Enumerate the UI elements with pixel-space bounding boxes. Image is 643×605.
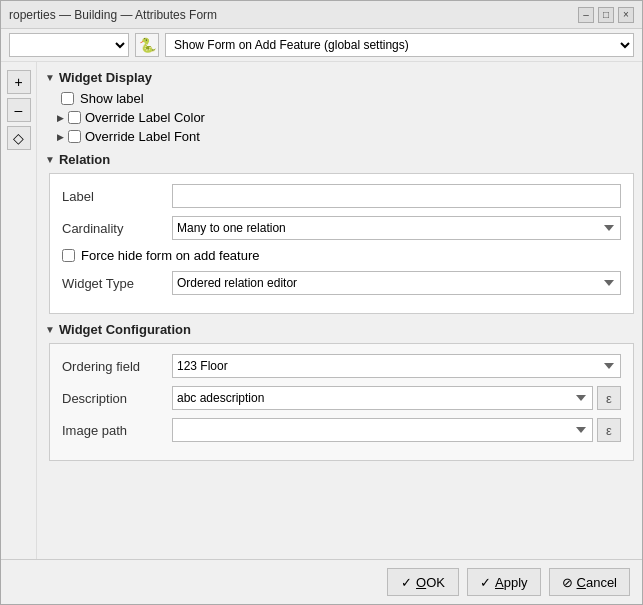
widget-type-label: Widget Type — [62, 276, 172, 291]
widget-type-row: Widget Type Ordered relation editor — [62, 271, 621, 295]
force-hide-checkbox[interactable] — [62, 249, 75, 262]
description-row: Description abc adescription ε — [62, 386, 621, 410]
relation-arrow: ▼ — [45, 154, 55, 165]
description-label: Description — [62, 391, 172, 406]
relation-section: ▼ Relation Label Cardinality Many to one… — [45, 152, 634, 314]
widget-config-box: Ordering field 123 Floor Description abc… — [49, 343, 634, 461]
cancel-button[interactable]: ⊘ Cancel — [549, 568, 630, 596]
widget-config-section: ▼ Widget Configuration Ordering field 12… — [45, 322, 634, 461]
show-label-checkbox[interactable] — [61, 92, 74, 105]
window-title: roperties — Building — Attributes Form — [9, 8, 217, 22]
force-hide-label: Force hide form on add feature — [81, 248, 260, 263]
override-color-row: ▶ Override Label Color — [57, 110, 634, 125]
show-label-text: Show label — [80, 91, 144, 106]
label-field-label: Label — [62, 189, 172, 204]
widget-display-header[interactable]: ▼ Widget Display — [45, 70, 634, 85]
sidebar-add-button[interactable]: + — [7, 70, 31, 94]
close-button[interactable]: × — [618, 7, 634, 23]
description-expr-button[interactable]: ε — [597, 386, 621, 410]
image-path-label: Image path — [62, 423, 172, 438]
override-color-arrow[interactable]: ▶ — [57, 113, 64, 123]
widget-type-select[interactable]: Ordered relation editor — [172, 271, 621, 295]
image-path-expr-button[interactable]: ε — [597, 418, 621, 442]
widget-config-header[interactable]: ▼ Widget Configuration — [45, 322, 634, 337]
cancel-icon: ⊘ — [562, 575, 573, 590]
apply-label: Apply — [495, 575, 528, 590]
footer: ✓ OOK ✓ Apply ⊘ Cancel — [1, 559, 642, 604]
cardinality-label: Cardinality — [62, 221, 172, 236]
relation-header[interactable]: ▼ Relation — [45, 152, 634, 167]
widget-config-title: Widget Configuration — [59, 322, 191, 337]
cardinality-select[interactable]: Many to one relation — [172, 216, 621, 240]
ordering-field-select[interactable]: 123 Floor — [172, 354, 621, 378]
cancel-label: Cancel — [577, 575, 617, 590]
sidebar-remove-button[interactable]: – — [7, 98, 31, 122]
image-path-wrap: ε — [172, 418, 621, 442]
image-path-select[interactable] — [172, 418, 593, 442]
toolbar: 🐍 Show Form on Add Feature (global setti… — [1, 29, 642, 62]
main-window: roperties — Building — Attributes Form –… — [0, 0, 643, 605]
title-controls: – □ × — [578, 7, 634, 23]
cardinality-row: Cardinality Many to one relation — [62, 216, 621, 240]
widget-display-arrow: ▼ — [45, 72, 55, 83]
override-color-label: Override Label Color — [85, 110, 205, 125]
description-wrap: abc adescription ε — [172, 386, 621, 410]
python-button[interactable]: 🐍 — [135, 33, 159, 57]
sidebar-action-button[interactable]: ◇ — [7, 126, 31, 150]
ok-icon: ✓ — [401, 575, 412, 590]
ok-label: OOK — [416, 575, 445, 590]
widget-display-section: ▼ Widget Display Show label ▶ Override L… — [45, 70, 634, 144]
override-font-label: Override Label Font — [85, 129, 200, 144]
override-color-checkbox[interactable] — [68, 111, 81, 124]
image-path-row: Image path ε — [62, 418, 621, 442]
form-area: ▼ Widget Display Show label ▶ Override L… — [37, 62, 642, 559]
minimize-button[interactable]: – — [578, 7, 594, 23]
ordering-field-row: Ordering field 123 Floor — [62, 354, 621, 378]
show-form-select[interactable]: Show Form on Add Feature (global setting… — [165, 33, 634, 57]
override-font-arrow[interactable]: ▶ — [57, 132, 64, 142]
sidebar: + – ◇ — [1, 62, 37, 559]
description-select[interactable]: abc adescription — [172, 386, 593, 410]
override-font-row: ▶ Override Label Font — [57, 129, 634, 144]
ordering-field-wrap: 123 Floor — [172, 354, 621, 378]
label-row: Label — [62, 184, 621, 208]
toolbar-dropdown[interactable] — [9, 33, 129, 57]
main-content: + – ◇ ▼ Widget Display Show label ▶ Ov — [1, 62, 642, 559]
show-label-row: Show label — [61, 91, 634, 106]
relation-box: Label Cardinality Many to one relation F… — [49, 173, 634, 314]
ok-button[interactable]: ✓ OOK — [387, 568, 459, 596]
title-bar: roperties — Building — Attributes Form –… — [1, 1, 642, 29]
apply-button[interactable]: ✓ Apply — [467, 568, 541, 596]
label-field-input[interactable] — [172, 184, 621, 208]
maximize-button[interactable]: □ — [598, 7, 614, 23]
widget-display-title: Widget Display — [59, 70, 152, 85]
apply-icon: ✓ — [480, 575, 491, 590]
ordering-field-label: Ordering field — [62, 359, 172, 374]
relation-title: Relation — [59, 152, 110, 167]
force-hide-row: Force hide form on add feature — [62, 248, 621, 263]
widget-config-arrow: ▼ — [45, 324, 55, 335]
override-font-checkbox[interactable] — [68, 130, 81, 143]
